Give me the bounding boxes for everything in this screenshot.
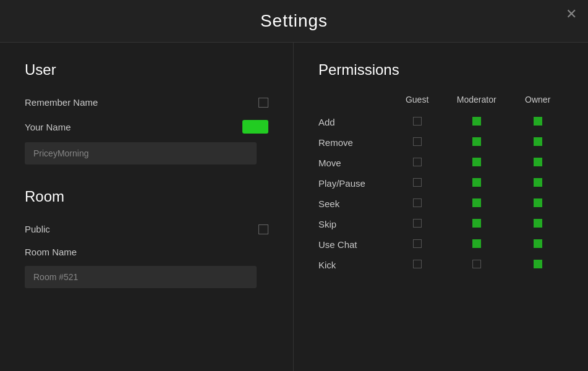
table-row: Skip [318, 214, 563, 234]
perm-label: Seek [318, 194, 393, 214]
col-header-owner: Owner [512, 91, 563, 112]
perm-guest-checkbox[interactable] [413, 137, 422, 146]
perm-guest-cell[interactable] [393, 214, 441, 234]
perm-guest-cell[interactable] [393, 234, 441, 255]
table-row: Use Chat [318, 234, 563, 255]
perm-moderator-checkbox[interactable] [472, 158, 481, 166]
table-row: Remove [318, 132, 563, 153]
settings-body: User Remember Name Your Name Room Public [0, 43, 588, 371]
perm-owner-cell[interactable] [512, 214, 563, 234]
perm-moderator-cell[interactable] [441, 234, 512, 255]
perm-moderator-cell[interactable] [441, 194, 512, 214]
close-button[interactable]: ✕ [566, 6, 577, 22]
perm-moderator-cell[interactable] [441, 112, 512, 132]
perm-moderator-cell[interactable] [441, 132, 512, 153]
perm-moderator-cell[interactable] [441, 173, 512, 194]
perm-guest-cell[interactable] [393, 255, 441, 275]
your-name-row: Your Name [25, 114, 268, 140]
perm-owner-checkbox[interactable] [534, 137, 542, 146]
room-name-label: Room Name [25, 247, 77, 257]
perm-owner-checkbox[interactable] [534, 239, 542, 248]
perm-moderator-cell[interactable] [441, 255, 512, 275]
perm-label: Kick [318, 255, 393, 275]
public-label: Public [25, 224, 50, 234]
perm-guest-cell[interactable] [393, 132, 441, 153]
perm-guest-checkbox[interactable] [413, 158, 422, 166]
your-name-input[interactable] [25, 142, 257, 164]
right-panel: Permissions Guest Moderator Owner AddRem… [294, 43, 588, 371]
remember-name-checkbox[interactable] [258, 98, 268, 108]
user-section: User Remember Name Your Name [25, 61, 268, 169]
perm-owner-checkbox[interactable] [534, 158, 542, 166]
table-row: Play/Pause [318, 173, 563, 194]
perm-guest-checkbox[interactable] [413, 117, 422, 126]
perm-owner-cell[interactable] [512, 194, 563, 214]
room-name-row: Room Name [25, 241, 268, 263]
your-name-label: Your Name [25, 122, 71, 132]
public-checkbox[interactable] [258, 224, 268, 234]
perm-label: Play/Pause [318, 173, 393, 194]
perm-guest-checkbox[interactable] [413, 239, 422, 248]
permissions-header-row: Guest Moderator Owner [318, 91, 563, 112]
perm-guest-checkbox[interactable] [413, 178, 422, 187]
perm-guest-checkbox[interactable] [413, 260, 422, 268]
perm-moderator-checkbox[interactable] [472, 117, 481, 126]
remember-name-label: Remember Name [25, 97, 98, 108]
perm-owner-checkbox[interactable] [534, 117, 542, 126]
table-row: Add [318, 112, 563, 132]
table-row: Kick [318, 255, 563, 275]
room-section: Room Public Room Name [25, 188, 268, 293]
col-header-action [318, 91, 393, 112]
perm-owner-cell[interactable] [512, 255, 563, 275]
perm-owner-cell[interactable] [512, 153, 563, 173]
perm-label: Use Chat [318, 234, 393, 255]
perm-owner-checkbox[interactable] [534, 260, 542, 268]
perm-guest-checkbox[interactable] [413, 198, 422, 207]
perm-moderator-checkbox[interactable] [472, 219, 481, 228]
perm-owner-cell[interactable] [512, 173, 563, 194]
settings-header: Settings ✕ [0, 0, 588, 43]
user-section-title: User [25, 61, 268, 79]
perm-label: Move [318, 153, 393, 173]
perm-owner-checkbox[interactable] [534, 219, 542, 228]
left-panel: User Remember Name Your Name Room Public [0, 43, 294, 371]
perm-label: Remove [318, 132, 393, 153]
perm-moderator-checkbox[interactable] [472, 239, 481, 248]
permissions-title: Permissions [318, 61, 563, 79]
col-header-guest: Guest [393, 91, 441, 112]
table-row: Seek [318, 194, 563, 214]
perm-moderator-checkbox[interactable] [472, 198, 481, 207]
permissions-table: Guest Moderator Owner AddRemoveMovePlay/… [318, 91, 563, 275]
perm-guest-checkbox[interactable] [413, 219, 422, 228]
remember-name-row: Remember Name [25, 91, 268, 114]
perm-moderator-cell[interactable] [441, 153, 512, 173]
perm-owner-checkbox[interactable] [534, 198, 542, 207]
settings-container: Settings ✕ User Remember Name Your Name [0, 0, 588, 371]
table-row: Move [318, 153, 563, 173]
room-section-title: Room [25, 188, 268, 205]
perm-moderator-cell[interactable] [441, 214, 512, 234]
perm-guest-cell[interactable] [393, 194, 441, 214]
your-name-toggle[interactable] [242, 120, 268, 134]
public-row: Public [25, 218, 268, 241]
perm-label: Add [318, 112, 393, 132]
perm-label: Skip [318, 214, 393, 234]
perm-moderator-checkbox[interactable] [472, 137, 481, 146]
perm-owner-cell[interactable] [512, 132, 563, 153]
room-name-input[interactable] [25, 266, 257, 288]
perm-owner-checkbox[interactable] [534, 178, 542, 187]
perm-moderator-checkbox[interactable] [472, 178, 481, 187]
perm-owner-cell[interactable] [512, 234, 563, 255]
col-header-moderator: Moderator [441, 91, 512, 112]
settings-title: Settings [260, 11, 328, 30]
perm-guest-cell[interactable] [393, 153, 441, 173]
perm-moderator-checkbox[interactable] [472, 260, 481, 268]
perm-guest-cell[interactable] [393, 112, 441, 132]
perm-owner-cell[interactable] [512, 112, 563, 132]
perm-guest-cell[interactable] [393, 173, 441, 194]
